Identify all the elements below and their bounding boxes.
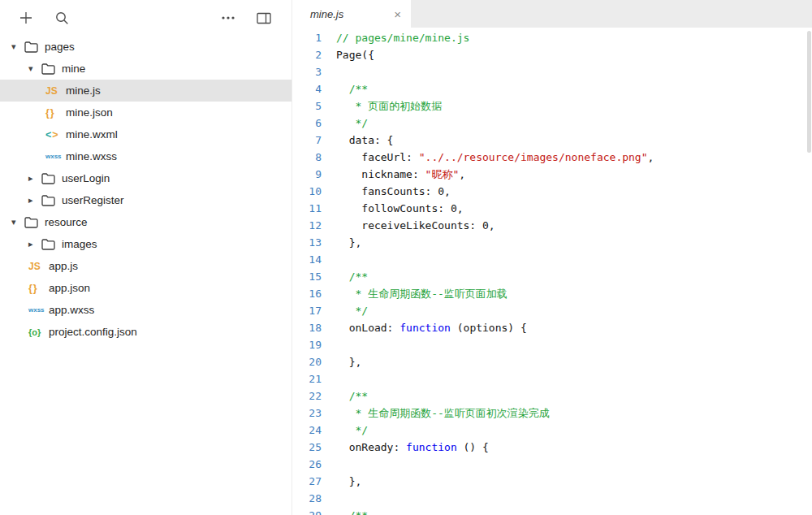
code-token: /** (336, 83, 368, 95)
code-token: */ (336, 117, 368, 129)
code-line[interactable]: 10 fansCounts: 0, (292, 183, 812, 200)
code-line[interactable]: 14 (292, 251, 812, 268)
code-token: }, (336, 356, 361, 368)
search-icon[interactable] (54, 10, 70, 26)
chevron-down-icon[interactable]: ▾ (28, 64, 41, 73)
code-line[interactable]: 21 (292, 370, 812, 387)
tab-label: mine.js (310, 8, 343, 20)
chevron-right-icon[interactable]: ▸ (28, 240, 41, 249)
tree-item-app-wxss[interactable]: wxssapp.wxss (0, 299, 292, 321)
code-line[interactable]: 13 }, (292, 234, 812, 251)
tree-item-mine-wxml[interactable]: <>mine.wxml (0, 123, 292, 145)
code-line-text: data: { (336, 132, 393, 149)
tree-item-userLogin[interactable]: ▸userLogin (0, 167, 292, 189)
chevron-right-icon[interactable]: ▸ (28, 174, 41, 183)
code-line[interactable]: 23 * 生命周期函数--监听页面初次渲染完成 (292, 405, 812, 422)
file-label: mine (62, 63, 85, 75)
code-line[interactable]: 3 (292, 63, 812, 80)
code-token: receiveLikeCounts: 0, (336, 219, 495, 232)
code-token: Page({ (336, 49, 374, 61)
code-line[interactable]: 25 onReady: function () { (292, 439, 812, 456)
add-file-icon[interactable] (18, 10, 34, 26)
code-line[interactable]: 2Page({ (292, 46, 812, 63)
code-line[interactable]: 16 * 生命周期函数--监听页面加载 (292, 285, 812, 302)
code-line[interactable]: 26 (292, 456, 812, 473)
code-token: data: { (336, 134, 393, 146)
file-label: mine.js (66, 84, 101, 97)
code-line[interactable]: 9 nickname: "昵称", (292, 166, 812, 183)
code-line[interactable]: 17 */ (292, 302, 812, 319)
tree-item-app-js[interactable]: JSapp.js (0, 255, 292, 277)
code-token: () { (457, 441, 489, 453)
tab-mine-js[interactable]: mine.js × (292, 0, 411, 28)
tree-item-app-json[interactable]: {}app.json (0, 277, 292, 299)
tree-item-mine-js[interactable]: JSmine.js (0, 80, 292, 102)
line-number: 10 (292, 183, 322, 200)
line-number: 6 (292, 115, 322, 132)
code-token: followCounts: 0, (336, 202, 464, 214)
code-line[interactable]: 6 */ (292, 115, 812, 132)
code-line[interactable]: 12 receiveLikeCounts: 0, (292, 217, 812, 234)
tree-item-mine[interactable]: ▾mine (0, 58, 292, 80)
tree-item-userRegister[interactable]: ▸userRegister (0, 189, 292, 211)
line-number: 18 (292, 319, 322, 336)
tree-item-project-config-json[interactable]: {o}project.config.json (0, 321, 292, 343)
code-line[interactable]: 4 /** (292, 80, 812, 97)
code-line[interactable]: 27 }, (292, 473, 812, 490)
code-line[interactable]: 1// pages/mine/mine.js (292, 29, 812, 46)
code-token: function (406, 441, 457, 453)
code-line-text: followCounts: 0, (336, 200, 464, 217)
code-token: }, (336, 475, 361, 487)
code-token: * 生命周期函数--监听页面加载 (336, 288, 508, 300)
tree-item-pages[interactable]: ▾pages (0, 36, 292, 58)
line-number: 19 (292, 336, 322, 353)
chevron-right-icon[interactable]: ▸ (28, 196, 41, 205)
line-number: 8 (292, 149, 322, 166)
line-number: 4 (292, 80, 322, 97)
file-label: userLogin (62, 172, 110, 184)
line-number: 29 (292, 507, 322, 515)
code-token: , (648, 151, 654, 163)
sidebar-toolbar (0, 0, 292, 36)
line-number: 27 (292, 473, 322, 490)
code-line[interactable]: 11 followCounts: 0, (292, 200, 812, 217)
code-line[interactable]: 15 /** (292, 268, 812, 285)
file-label: app.wxss (49, 304, 94, 316)
tree-item-mine-json[interactable]: {}mine.json (0, 102, 292, 123)
code-line[interactable]: 20 }, (292, 353, 812, 370)
code-line[interactable]: 28 (292, 490, 812, 507)
vertical-scrollbar[interactable] (807, 31, 811, 153)
code-line-text: }, (336, 353, 361, 370)
code-line[interactable]: 5 * 页面的初始数据 (292, 97, 812, 115)
code-line[interactable]: 24 */ (292, 422, 812, 439)
file-label: resource (45, 216, 88, 228)
code-line[interactable]: 8 faceUrl: "../../resource/images/nonefa… (292, 149, 812, 166)
code-line[interactable]: 19 (292, 336, 812, 353)
code-token: onLoad: (336, 322, 400, 334)
tree-item-mine-wxss[interactable]: wxssmine.wxss (0, 145, 292, 167)
split-editor-icon[interactable] (256, 10, 272, 26)
code-area[interactable]: 1// pages/mine/mine.js2Page({34 /**5 * 页… (292, 28, 812, 515)
wxss-file-icon: wxss (45, 153, 66, 160)
code-line[interactable]: 18 onLoad: function (options) { (292, 319, 812, 336)
close-tab-icon[interactable]: × (394, 8, 401, 20)
code-token: */ (336, 424, 368, 436)
file-label: project.config.json (49, 326, 137, 338)
code-token: nickname: (336, 168, 425, 180)
wxss-file-icon: wxss (28, 306, 49, 314)
more-options-icon[interactable] (220, 10, 236, 26)
chevron-down-icon[interactable]: ▾ (11, 218, 24, 227)
code-line[interactable]: 22 /** (292, 387, 812, 405)
line-number: 3 (292, 63, 322, 80)
file-explorer-sidebar: ▾pages▾mineJSmine.js{}mine.json<>mine.wx… (0, 0, 292, 515)
code-token: /** (336, 509, 368, 515)
code-token: fansCounts: 0, (336, 185, 451, 197)
tree-item-resource[interactable]: ▾resource (0, 211, 292, 233)
code-line-text: /** (336, 507, 368, 515)
code-line[interactable]: 29 /** (292, 507, 812, 515)
code-line[interactable]: 7 data: { (292, 132, 812, 149)
code-token: onReady: (336, 441, 406, 453)
tree-item-images[interactable]: ▸images (0, 233, 292, 255)
code-token: "../../resource/images/noneface.png" (419, 151, 648, 163)
chevron-down-icon[interactable]: ▾ (11, 42, 24, 51)
